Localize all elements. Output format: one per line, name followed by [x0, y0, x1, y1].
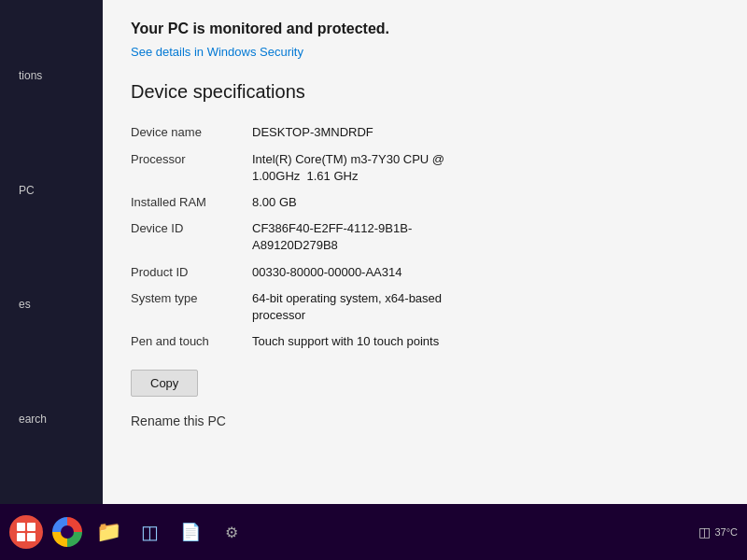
sidebar: tions PC es earch	[0, 0, 103, 504]
table-row: Device name DESKTOP-3MNDRDF	[131, 119, 719, 146]
section-title: Device specifications	[131, 81, 719, 103]
monitor-small-icon: ◫	[698, 525, 711, 539]
spec-label-system-type: System type	[131, 290, 252, 305]
sidebar-item-pc[interactable]: PC	[9, 178, 93, 203]
spec-table: Device name DESKTOP-3MNDRDF Processor In…	[131, 119, 719, 355]
display-icon[interactable]: ◫	[133, 515, 166, 549]
file-explorer-icon[interactable]: 📁	[92, 515, 125, 549]
spec-label-pen-touch: Pen and touch	[131, 333, 252, 348]
sidebar-item-es[interactable]: es	[9, 292, 93, 316]
spec-label-device-name: Device name	[131, 124, 252, 139]
spec-value-processor: Intel(R) Core(TM) m3-7Y30 CPU @1.00GHz 1…	[252, 151, 719, 185]
spec-label-ram: Installed RAM	[131, 194, 252, 209]
settings-icon[interactable]: ⚙	[215, 515, 248, 549]
windows-logo-icon	[17, 523, 35, 541]
gear-icon: ⚙	[225, 524, 238, 541]
table-row: Product ID 00330-80000-00000-AA314	[131, 259, 719, 286]
spec-label-processor: Processor	[131, 151, 252, 166]
spec-label-product-id: Product ID	[131, 264, 252, 279]
sidebar-item-search[interactable]: earch	[9, 407, 93, 431]
table-row: Device ID CF386F40-E2FF-4112-9B1B-A89120…	[131, 216, 719, 259]
temperature-value: 37°C	[714, 526, 738, 538]
folder-icon: 📁	[96, 520, 121, 544]
taskbar: 📁 ◫ 📄 ⚙ ◫ 37°C	[0, 504, 747, 560]
security-link[interactable]: See details in Windows Security	[131, 45, 719, 59]
spec-value-pen-touch: Touch support with 10 touch points	[252, 333, 719, 350]
temperature-badge: ◫ 37°C	[698, 525, 738, 539]
spec-value-ram: 8.00 GB	[252, 194, 719, 211]
windows-button[interactable]	[9, 515, 43, 549]
sidebar-item-tions[interactable]: tions	[9, 63, 93, 88]
security-text: Your PC is monitored and protected.	[131, 19, 719, 39]
spec-value-system-type: 64-bit operating system, x64-basedproces…	[252, 290, 719, 324]
rename-pc-link[interactable]: Rename this PC	[131, 413, 719, 428]
table-row: Pen and touch Touch support with 10 touc…	[131, 329, 719, 355]
table-row: Processor Intel(R) Core(TM) m3-7Y30 CPU …	[131, 147, 719, 189]
chrome-icon[interactable]	[50, 515, 84, 549]
monitor-icon: ◫	[141, 521, 159, 543]
spec-value-product-id: 00330-80000-00000-AA314	[252, 264, 719, 281]
chrome-circle-icon	[52, 517, 82, 547]
copy-button[interactable]: Copy	[131, 370, 198, 397]
spec-value-device-name: DESKTOP-3MNDRDF	[252, 124, 719, 141]
spec-label-device-id: Device ID	[131, 220, 252, 235]
file-manager-icon[interactable]: 📄	[174, 515, 207, 549]
spec-value-device-id: CF386F40-E2FF-4112-9B1B-A89120D279B8	[252, 220, 719, 254]
table-row: System type 64-bit operating system, x64…	[131, 286, 719, 329]
main-content: Your PC is monitored and protected. See …	[103, 0, 747, 504]
taskbar-right: ◫ 37°C	[698, 525, 738, 539]
table-row: Installed RAM 8.00 GB	[131, 189, 719, 216]
files-icon: 📄	[180, 522, 201, 542]
